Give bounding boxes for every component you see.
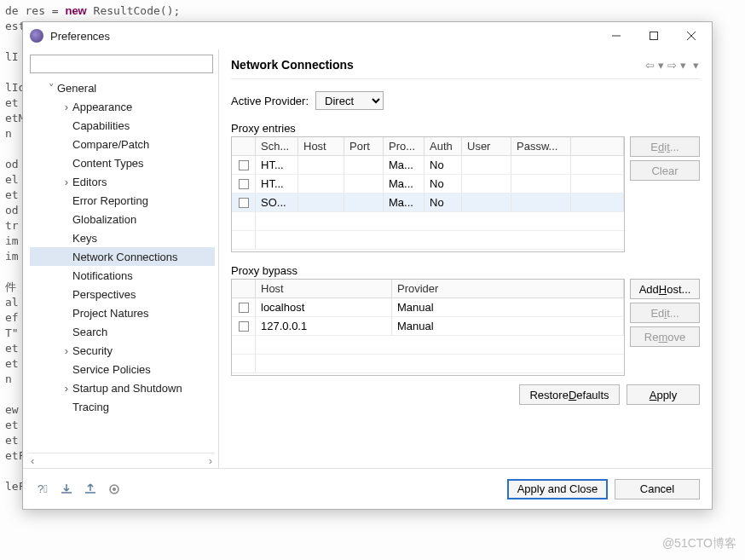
cell xyxy=(511,175,571,193)
tree-item-notifications[interactable]: Notifications xyxy=(30,266,215,285)
tree-item-label: Notifications xyxy=(72,269,133,282)
tree-item-label: Security xyxy=(72,344,113,357)
apply-button[interactable]: Apply xyxy=(627,384,700,405)
proxy-entries-label: Proxy entries xyxy=(231,122,700,135)
bypass-edit-button[interactable]: Edit... xyxy=(630,303,700,323)
table-row[interactable]: localhostManual xyxy=(232,298,624,317)
cell xyxy=(298,175,344,193)
tree-item-search[interactable]: Search xyxy=(30,322,215,341)
tree-item-keys[interactable]: Keys xyxy=(30,228,215,247)
restore-defaults-button[interactable]: Restore Defaults xyxy=(519,384,620,405)
help-icon[interactable]: ?⃝ xyxy=(35,482,50,497)
tree-item-editors[interactable]: ›Editors xyxy=(30,172,215,191)
tree-item-perspectives[interactable]: Perspectives xyxy=(30,285,215,303)
column-header[interactable]: User xyxy=(462,137,511,155)
column-header[interactable]: Pro... xyxy=(384,137,424,155)
tree-item-content-types[interactable]: Content Types xyxy=(30,153,215,172)
proxy-edit-button[interactable]: Edit... xyxy=(630,136,700,157)
chevron-right-icon: › xyxy=(61,382,72,395)
tree-item-label: Editors xyxy=(72,176,107,188)
column-header[interactable]: Sch... xyxy=(256,137,298,155)
cell: 127.0.0.1 xyxy=(256,317,392,335)
tree-item-general[interactable]: ˅General xyxy=(30,78,215,97)
active-provider-label: Active Provider: xyxy=(231,95,309,107)
tree-item-label: Service Policies xyxy=(72,363,151,376)
menu-dropdown-icon[interactable]: ▾ xyxy=(692,59,700,72)
table-row[interactable]: 127.0.0.1Manual xyxy=(232,317,624,336)
column-header[interactable]: Host xyxy=(298,137,344,155)
table-row[interactable]: HT...Ma...No xyxy=(232,156,624,175)
minimize-button[interactable] xyxy=(598,23,635,49)
import-icon[interactable] xyxy=(59,482,74,497)
chevron-right-icon: › xyxy=(61,176,72,188)
cell xyxy=(298,156,344,174)
record-icon[interactable] xyxy=(107,482,122,497)
tree-item-compare-patch[interactable]: Compare/Patch xyxy=(30,135,215,153)
tree-item-label: Error Reporting xyxy=(72,194,148,207)
cell: localhost xyxy=(256,298,392,316)
active-provider-select[interactable]: Direct xyxy=(315,91,384,110)
proxy-entries-table[interactable]: Sch...HostPortPro...AuthUserPassw... HT.… xyxy=(231,136,625,252)
cancel-button[interactable]: Cancel xyxy=(615,479,700,499)
tree-item-error-reporting[interactable]: Error Reporting xyxy=(30,191,215,210)
tree-item-globalization[interactable]: Globalization xyxy=(30,210,215,228)
chevron-down-icon: ˅ xyxy=(45,82,57,95)
add-host-button[interactable]: Add Host... xyxy=(630,279,700,299)
tree-item-label: Project Natures xyxy=(72,307,149,320)
apply-and-close-button[interactable]: Apply and Close xyxy=(507,479,608,499)
column-header[interactable]: Auth xyxy=(424,137,462,155)
tree-item-startup-and-shutdown[interactable]: ›Startup and Shutdown xyxy=(30,378,215,397)
tree-item-tracing[interactable]: Tracing xyxy=(30,397,215,416)
tree-item-service-policies[interactable]: Service Policies xyxy=(30,360,215,378)
cell: SO... xyxy=(256,193,298,211)
preferences-tree[interactable]: ˅General ›AppearanceCapabilitiesCompare/… xyxy=(28,78,215,451)
tree-item-project-natures[interactable]: Project Natures xyxy=(30,303,215,322)
column-header[interactable]: Port xyxy=(344,137,384,155)
tree-item-appearance[interactable]: ›Appearance xyxy=(30,97,215,116)
checkbox[interactable] xyxy=(239,198,249,208)
preferences-dialog: Preferences ˅General ›AppearanceCapabili… xyxy=(22,21,713,510)
tree-horizontal-scrollbar[interactable]: ‹› xyxy=(28,453,215,468)
checkbox[interactable] xyxy=(239,321,249,332)
chevron-right-icon: › xyxy=(61,101,72,113)
cell xyxy=(344,193,384,211)
tree-item-capabilities[interactable]: Capabilities xyxy=(30,116,215,135)
tree-item-label: Keys xyxy=(72,232,97,245)
left-pane: ˅General ›AppearanceCapabilitiesCompare/… xyxy=(23,49,219,468)
cell xyxy=(511,156,571,174)
tree-item-security[interactable]: ›Security xyxy=(30,341,215,360)
column-header[interactable]: Passw... xyxy=(511,137,571,155)
tree-item-network-connections[interactable]: Network Connections xyxy=(30,247,215,266)
bypass-remove-button[interactable]: Remove xyxy=(630,326,700,347)
dropdown-icon[interactable]: ▾ xyxy=(679,59,687,72)
checkbox[interactable] xyxy=(239,160,249,170)
forward-icon[interactable]: ⇨ xyxy=(667,59,678,72)
cell: HT... xyxy=(256,156,298,174)
export-icon[interactable] xyxy=(83,482,98,497)
page-title: Network Connections xyxy=(231,58,644,72)
svg-rect-1 xyxy=(650,32,658,40)
chevron-right-icon: › xyxy=(61,344,72,357)
tree-item-label: Capabilities xyxy=(72,119,130,132)
proxy-bypass-table[interactable]: Host Provider localhostManual127.0.0.1Ma… xyxy=(231,279,625,376)
cell xyxy=(511,193,571,211)
proxy-clear-button[interactable]: Clear xyxy=(630,160,700,181)
close-button[interactable] xyxy=(673,23,710,49)
checkbox[interactable] xyxy=(239,179,249,189)
table-row[interactable]: HT...Ma...No xyxy=(232,175,624,193)
tree-item-label: Appearance xyxy=(72,101,132,113)
tree-item-label: Compare/Patch xyxy=(72,138,149,151)
maximize-button[interactable] xyxy=(635,23,673,49)
column-header[interactable]: Provider xyxy=(392,280,624,297)
checkbox[interactable] xyxy=(239,303,249,313)
dropdown-icon[interactable]: ▾ xyxy=(657,59,665,72)
tree-filter-input[interactable] xyxy=(30,55,213,73)
back-icon[interactable]: ⇦ xyxy=(644,59,655,72)
column-header[interactable]: Host xyxy=(256,280,392,297)
tree-item-label: Content Types xyxy=(72,157,144,170)
titlebar: Preferences xyxy=(23,22,712,49)
cell: Manual xyxy=(392,298,624,316)
window-title: Preferences xyxy=(50,30,598,43)
cell: No xyxy=(424,156,462,174)
table-row[interactable]: SO...Ma...No xyxy=(232,193,624,212)
